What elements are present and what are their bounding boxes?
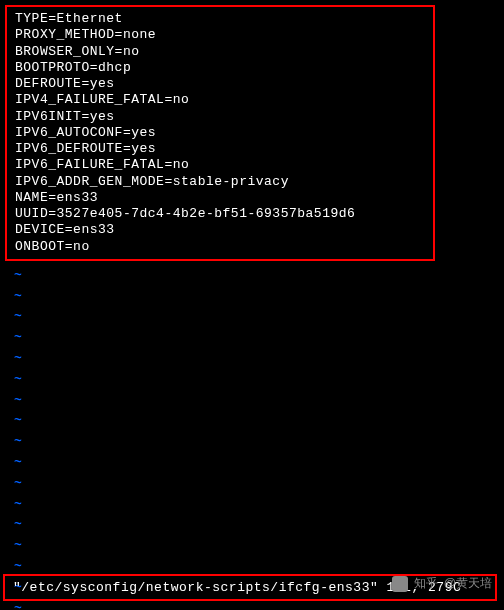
config-line[interactable]: IPV6_FAILURE_FATAL=no	[15, 157, 425, 173]
vim-empty-lines: ~~~~~~~~~~~~~~~~~	[2, 264, 502, 610]
config-line[interactable]: BOOTPROTO=dhcp	[15, 60, 425, 76]
vim-tilde: ~	[14, 266, 502, 287]
config-line[interactable]: TYPE=Ethernet	[15, 11, 425, 27]
vim-tilde: ~	[14, 391, 502, 412]
vim-tilde: ~	[14, 432, 502, 453]
config-line[interactable]: DEFROUTE=yes	[15, 76, 425, 92]
vim-tilde: ~	[14, 495, 502, 516]
watermark-author: @黄天培	[444, 575, 492, 592]
vim-tilde: ~	[14, 474, 502, 495]
config-line[interactable]: BROWSER_ONLY=no	[15, 44, 425, 60]
terminal-viewport: TYPE=EthernetPROXY_METHOD=noneBROWSER_ON…	[0, 0, 504, 610]
vim-tilde: ~	[14, 307, 502, 328]
config-line[interactable]: ONBOOT=no	[15, 239, 425, 255]
vim-tilde: ~	[14, 328, 502, 349]
vim-tilde: ~	[14, 349, 502, 370]
config-line[interactable]: UUID=3527e405-7dc4-4b2e-bf51-69357ba519d…	[15, 206, 425, 222]
vim-tilde: ~	[14, 411, 502, 432]
config-file-content[interactable]: TYPE=EthernetPROXY_METHOD=noneBROWSER_ON…	[15, 11, 425, 255]
vim-tilde: ~	[14, 536, 502, 557]
config-line[interactable]: NAME=ens33	[15, 190, 425, 206]
vim-tilde: ~	[14, 515, 502, 536]
vim-tilde: ~	[14, 287, 502, 308]
config-line[interactable]: IPV6_ADDR_GEN_MODE=stable-privacy	[15, 174, 425, 190]
watermark-site: 知乎	[414, 575, 438, 592]
config-content-highlight: TYPE=EthernetPROXY_METHOD=noneBROWSER_ON…	[5, 5, 435, 261]
config-line[interactable]: PROXY_METHOD=none	[15, 27, 425, 43]
vim-tilde: ~	[14, 453, 502, 474]
config-line[interactable]: DEVICE=ens33	[15, 222, 425, 238]
vim-tilde: ~	[14, 370, 502, 391]
zhihu-logo-icon	[392, 576, 408, 592]
config-line[interactable]: IPV6_AUTOCONF=yes	[15, 125, 425, 141]
config-line[interactable]: IPV6_DEFROUTE=yes	[15, 141, 425, 157]
watermark: 知乎 @黄天培	[392, 575, 492, 592]
config-line[interactable]: IPV6INIT=yes	[15, 109, 425, 125]
config-line[interactable]: IPV4_FAILURE_FATAL=no	[15, 92, 425, 108]
